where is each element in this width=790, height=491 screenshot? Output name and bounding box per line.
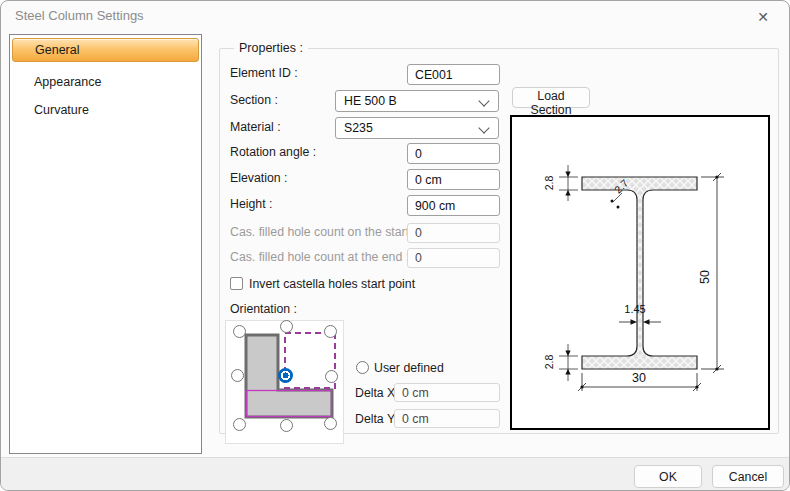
anchor-radio-middle-right[interactable] <box>325 370 338 383</box>
delta-x-field <box>394 383 500 402</box>
chevron-down-icon <box>478 122 489 133</box>
section-dropdown-value: HE 500 B <box>344 91 397 111</box>
orientation-picker <box>225 320 344 444</box>
castella-start-label: Cas. filled hole count on the start : <box>230 225 416 239</box>
dim-flange-top: 2.8 <box>543 176 555 191</box>
dim-width: 30 <box>632 371 646 385</box>
dim-flange-bottom: 2.8 <box>543 355 555 370</box>
section-label: Section : <box>230 93 278 107</box>
ok-button[interactable]: OK <box>634 465 702 488</box>
dim-web: 1.45 <box>624 303 645 315</box>
anchor-radio-top-center[interactable] <box>280 320 293 333</box>
height-label: Height : <box>230 197 272 211</box>
rotation-angle-label: Rotation angle : <box>230 145 316 159</box>
user-defined-label: User defined <box>374 361 444 375</box>
material-label: Material : <box>230 120 281 134</box>
anchor-radio-top-left[interactable] <box>233 325 246 338</box>
castella-end-label: Cas. filled hole count at the end : <box>230 250 409 264</box>
sidebar-item-general[interactable]: General <box>12 38 199 62</box>
element-id-label: Element ID : <box>230 66 298 80</box>
properties-groupbox: Properties : Element ID : Section : HE 5… <box>219 48 779 434</box>
sidebar-item-curvature[interactable]: Curvature <box>12 99 199 121</box>
steel-column-settings-dialog: Steel Column Settings ✕ General Appearan… <box>0 0 790 491</box>
cancel-button[interactable]: Cancel <box>712 465 784 488</box>
anchor-radio-bottom-center[interactable] <box>280 419 293 432</box>
close-icon[interactable]: ✕ <box>749 5 777 29</box>
material-dropdown[interactable]: S235 <box>335 117 499 139</box>
anchor-radio-middle-left[interactable] <box>231 369 244 382</box>
section-dropdown[interactable]: HE 500 B <box>335 90 499 112</box>
dialog-footer: OK Cancel <box>1 457 789 491</box>
h-section-drawing: 50 30 2.8 <box>512 117 768 428</box>
rotation-angle-field[interactable] <box>407 143 500 164</box>
delta-y-field <box>394 409 500 428</box>
title-bar: Steel Column Settings ✕ <box>1 1 789 31</box>
user-defined-radio[interactable] <box>356 361 369 374</box>
anchor-radio-center[interactable] <box>278 368 293 383</box>
invert-castella-checkbox[interactable] <box>230 277 243 290</box>
dialog-title: Steel Column Settings <box>15 1 144 31</box>
section-preview-panel: 50 30 2.8 <box>510 115 770 430</box>
element-id-field[interactable] <box>407 64 500 85</box>
chevron-down-icon <box>478 95 489 106</box>
sidebar-item-appearance[interactable]: Appearance <box>12 71 199 93</box>
invert-castella-label: Invert castella holes start point <box>249 277 415 291</box>
elevation-field[interactable] <box>407 169 500 190</box>
orientation-label: Orientation : <box>230 302 297 316</box>
elevation-label: Elevation : <box>230 171 287 185</box>
anchor-radio-bottom-right[interactable] <box>324 417 337 430</box>
anchor-radio-bottom-left[interactable] <box>233 418 246 431</box>
castella-end-field <box>407 248 500 268</box>
castella-start-field <box>407 223 500 243</box>
properties-legend: Properties : <box>234 41 308 55</box>
anchor-radio-top-right[interactable] <box>324 325 337 338</box>
height-field[interactable] <box>407 195 500 216</box>
dim-depth: 50 <box>698 270 712 284</box>
material-dropdown-value: S235 <box>344 118 373 138</box>
load-section-button[interactable]: Load Section <box>512 87 590 108</box>
settings-nav-list: General Appearance Curvature <box>9 34 202 454</box>
